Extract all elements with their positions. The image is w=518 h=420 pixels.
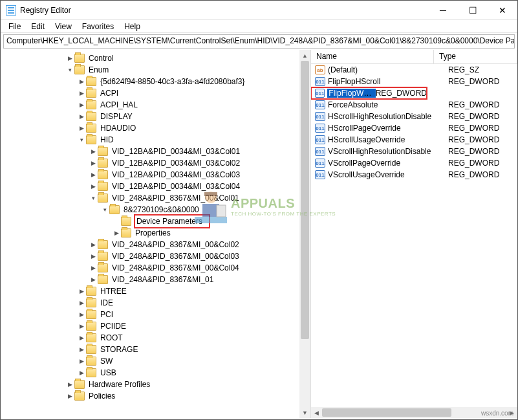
- tree-node-hdaudio[interactable]: ▶HDAUDIO: [1, 122, 310, 134]
- folder-icon: [86, 112, 96, 121]
- menu-help[interactable]: Help: [120, 21, 144, 32]
- tree-node-device-parameters[interactable]: ▶Device Parameters: [1, 216, 310, 227]
- tree-node-vid248-5[interactable]: ▶VID_248A&PID_8367&MI_01: [1, 274, 310, 285]
- values-pane: Name Type ab(Default)REG_SZ011FlipFlopHS…: [311, 50, 517, 418]
- folder-icon: [86, 77, 96, 86]
- tree-node-htree[interactable]: ▶HTREE: [1, 285, 310, 297]
- scroll-thumb[interactable]: [301, 61, 309, 339]
- tree-node-vid248-4[interactable]: ▶VID_248A&PID_8367&MI_00&Col04: [1, 262, 310, 274]
- tree-node-vid12-3[interactable]: ▶VID_12BA&PID_0034&MI_03&Col03: [1, 169, 310, 181]
- folder-icon: [98, 147, 108, 156]
- tree-node-vid248-1[interactable]: ▾VID_248A&PID_8367&MI_00&Col01: [1, 192, 310, 204]
- window-controls: ─ ☐ ✕: [428, 1, 517, 20]
- value-row[interactable]: 011HScrollPageOverrideREG_DWORD: [311, 122, 517, 134]
- app-icon: [6, 5, 16, 16]
- value-row[interactable]: 011HScrollUsageOverrideREG_DWORD: [311, 134, 517, 146]
- folder-icon: [86, 298, 96, 307]
- value-type: REG_DWORD: [376, 89, 427, 98]
- folder-icon: [98, 159, 108, 168]
- value-type: REG_DWORD: [448, 112, 517, 121]
- value-row[interactable]: ab(Default)REG_SZ: [311, 64, 517, 76]
- menu-favorites[interactable]: Favorites: [78, 21, 118, 32]
- tree-node-acpi[interactable]: ▶ACPI: [1, 87, 310, 99]
- value-type: REG_SZ: [448, 65, 517, 74]
- value-name: FlipFlopHScroll: [328, 77, 448, 86]
- dword-value-icon: 011: [315, 124, 325, 133]
- value-row[interactable]: 011FlipFlopWheelREG_DWORD: [311, 87, 427, 99]
- tree-node-vid12-1[interactable]: ▶VID_12BA&PID_0034&MI_03&Col01: [1, 146, 310, 157]
- values-header: Name Type: [311, 50, 517, 64]
- column-header-name[interactable]: Name: [311, 50, 434, 63]
- attribution-text: wsxdn.com: [481, 410, 513, 417]
- tree-node-usb[interactable]: ▶USB: [1, 367, 310, 379]
- folder-icon: [98, 170, 108, 179]
- tree-node-hid[interactable]: ▾HID: [1, 134, 310, 146]
- folder-icon: [121, 217, 131, 226]
- dword-value-icon: 011: [315, 135, 325, 144]
- value-type: REG_DWORD: [448, 77, 517, 86]
- tree-node-acpi-hal[interactable]: ▶ACPI_HAL: [1, 99, 310, 111]
- value-row[interactable]: 011VScrollUsageOverrideREG_DWORD: [311, 169, 517, 181]
- folder-icon: [86, 345, 96, 354]
- maximize-button[interactable]: ☐: [458, 1, 488, 20]
- tree-node-vid12-4[interactable]: ▶VID_12BA&PID_0034&MI_03&Col04: [1, 181, 310, 192]
- tree-scrollbar[interactable]: ▲ ▼: [299, 50, 310, 418]
- value-row[interactable]: 011HScrollHighResolutionDisableREG_DWORD: [311, 111, 517, 122]
- folder-icon: [86, 368, 96, 377]
- tree-node-sw[interactable]: ▶SW: [1, 355, 310, 367]
- close-button[interactable]: ✕: [488, 1, 517, 20]
- scroll-down-icon[interactable]: ▼: [299, 407, 310, 418]
- scroll-thumb[interactable]: [322, 408, 451, 417]
- tree-node-display[interactable]: ▶DISPLAY: [1, 111, 310, 122]
- value-row[interactable]: 011VScrollPageOverrideREG_DWORD: [311, 157, 517, 169]
- minimize-button[interactable]: ─: [428, 1, 458, 20]
- scroll-left-icon[interactable]: ◀: [311, 407, 322, 418]
- value-name: VScrollUsageOverride: [328, 170, 448, 179]
- menu-view[interactable]: View: [51, 21, 76, 32]
- scroll-up-icon[interactable]: ▲: [299, 50, 310, 61]
- registry-editor-window: Registry Editor ─ ☐ ✕ File Edit View Fav…: [0, 0, 518, 420]
- tree-node-hardware-profiles[interactable]: ▶Hardware Profiles: [1, 379, 310, 390]
- folder-icon: [86, 310, 96, 319]
- dword-value-icon: 011: [315, 147, 325, 156]
- value-name: VScrollHighResolutionDisable: [328, 147, 448, 156]
- tree-node-vid12-2[interactable]: ▶VID_12BA&PID_0034&MI_03&Col02: [1, 157, 310, 169]
- folder-icon: [86, 124, 96, 133]
- column-header-type[interactable]: Type: [434, 50, 517, 63]
- registry-tree[interactable]: ▶Control ▾Enum ▶{5d624f94-8850-40c3-a3fa…: [1, 50, 310, 402]
- folder-icon: [74, 54, 85, 63]
- value-type: REG_DWORD: [448, 159, 517, 168]
- tree-node-control[interactable]: ▶Control: [1, 52, 310, 64]
- tree-node-ide[interactable]: ▶IDE: [1, 297, 310, 309]
- value-name: (Default): [328, 65, 448, 74]
- tree-node-properties[interactable]: ▶Properties: [1, 227, 310, 239]
- value-row[interactable]: 011FlipFlopHScrollREG_DWORD: [311, 76, 517, 87]
- folder-icon: [74, 65, 85, 74]
- tree-node-pci[interactable]: ▶PCI: [1, 309, 310, 320]
- dword-value-icon: 011: [315, 159, 325, 168]
- value-name: HScrollHighResolutionDisable: [328, 112, 448, 121]
- address-bar[interactable]: Computer\HKEY_LOCAL_MACHINE\SYSTEM\Curre…: [3, 34, 515, 49]
- value-name: FlipFlopWheel: [327, 89, 375, 98]
- value-row[interactable]: 011ForceAbsoluteREG_DWORD: [311, 99, 517, 111]
- tree-node-vid248-3[interactable]: ▶VID_248A&PID_8367&MI_00&Col03: [1, 250, 310, 262]
- main-split: ▶Control ▾Enum ▶{5d624f94-8850-40c3-a3fa…: [1, 50, 517, 418]
- folder-icon: [86, 357, 96, 366]
- value-row[interactable]: 011VScrollHighResolutionDisableREG_DWORD: [311, 146, 517, 157]
- value-type: REG_DWORD: [448, 170, 517, 179]
- string-value-icon: ab: [315, 65, 325, 74]
- tree-node-pciide[interactable]: ▶PCIIDE: [1, 320, 310, 332]
- tree-node-vid248-2[interactable]: ▶VID_248A&PID_8367&MI_00&Col02: [1, 239, 310, 250]
- menubar: File Edit View Favorites Help: [1, 20, 517, 33]
- menu-file[interactable]: File: [5, 21, 25, 32]
- menu-edit[interactable]: Edit: [27, 21, 49, 32]
- value-name: ForceAbsolute: [328, 100, 448, 109]
- tree-node-root[interactable]: ▶ROOT: [1, 332, 310, 344]
- dword-value-icon: 011: [315, 112, 325, 121]
- tree-node-enum[interactable]: ▾Enum: [1, 64, 310, 76]
- tree-node-storage[interactable]: ▶STORAGE: [1, 344, 310, 355]
- tree-node-policies[interactable]: ▶Policies: [1, 390, 310, 402]
- tree-node-guid[interactable]: ▶{5d624f94-8850-40c3-a3fa-a4fd2080baf3}: [1, 76, 310, 87]
- folder-icon: [86, 135, 96, 144]
- folder-icon: [98, 252, 108, 261]
